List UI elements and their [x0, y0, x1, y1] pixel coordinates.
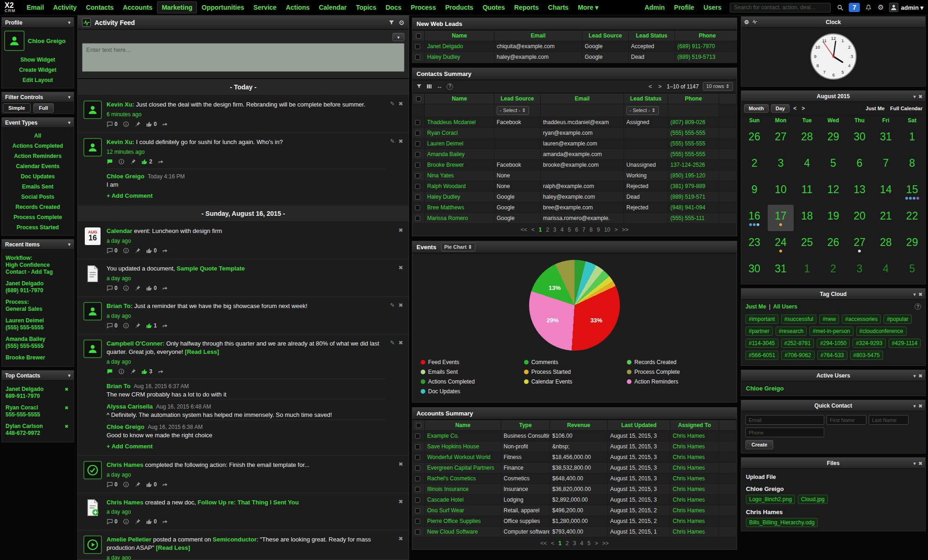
- calendar-day-cell[interactable]: 2: [741, 152, 768, 178]
- calendar-day-cell[interactable]: 3: [768, 152, 794, 178]
- edit-icon[interactable]: ✎: [390, 302, 395, 329]
- table-row[interactable]: Thaddeus McdanielFacebookthaddeus.mcdani…: [413, 117, 737, 128]
- calendar-day-cell[interactable]: 26: [741, 126, 768, 152]
- remove-icon[interactable]: ✖: [63, 404, 70, 411]
- nav-item-actions[interactable]: Actions: [281, 1, 314, 13]
- calendar-day-cell[interactable]: 26: [820, 231, 846, 258]
- cell-phone[interactable]: 137-124-2526: [668, 160, 719, 170]
- pager-arrow[interactable]: <<: [521, 227, 527, 233]
- nav-item-topics[interactable]: Topics: [351, 1, 381, 13]
- event-type-social-posts[interactable]: Social Posts: [4, 192, 71, 202]
- remove-icon[interactable]: ✖: [63, 423, 70, 430]
- add-comment-link[interactable]: + Add Comment: [107, 443, 153, 450]
- edit-icon[interactable]: ✎: [390, 101, 395, 127]
- legend-item[interactable]: Actions Completed: [421, 378, 522, 385]
- calendar-day-cell[interactable]: 22: [899, 205, 925, 231]
- page-1[interactable]: 1: [539, 227, 542, 233]
- checkbox[interactable]: [415, 163, 420, 168]
- checkbox[interactable]: [415, 497, 420, 503]
- close-icon[interactable]: ✖: [398, 302, 403, 329]
- feed-link[interactable]: Kevin Xu:: [107, 138, 136, 145]
- filter-icon[interactable]: [416, 83, 422, 89]
- cell-name[interactable]: Haley Dudley: [425, 52, 494, 63]
- cell-assigned[interactable]: Chris Hames: [670, 441, 719, 452]
- chevron-down-icon[interactable]: ▾: [68, 242, 70, 247]
- page-9[interactable]: 9: [597, 227, 600, 233]
- column-header-phone[interactable]: Phone: [668, 94, 719, 104]
- table-row[interactable]: Brooke BrewerFacebookbrooke@example.comU…: [413, 160, 737, 170]
- checkbox[interactable]: [415, 444, 420, 449]
- pager-arrow[interactable]: <<: [540, 540, 547, 547]
- recent-item[interactable]: Lauren Deimel(555) 555-5555: [4, 315, 71, 333]
- chevron-down-icon[interactable]: ▾: [914, 461, 916, 466]
- table-row[interactable]: Marissa RomeroGooglemarissa.romero@examp…: [413, 213, 737, 224]
- feed-link[interactable]: [Read Less]: [156, 544, 190, 551]
- cell-name[interactable]: Evergreen Capital Partners: [425, 463, 501, 473]
- column-header-email[interactable]: Email: [494, 31, 582, 41]
- tag-item[interactable]: #803-5475: [850, 351, 883, 360]
- cell-assigned[interactable]: Chris Hames: [670, 516, 719, 527]
- cell-assigned[interactable]: Chris Hames: [670, 473, 719, 484]
- cell-phone[interactable]: (555) 555-555: [668, 128, 719, 138]
- legend-item[interactable]: Records Created: [627, 359, 728, 365]
- gear-icon[interactable]: ⚙: [398, 19, 404, 26]
- nav-item-products[interactable]: Products: [441, 1, 478, 13]
- feed-link[interactable]: Amelie Pelletier: [107, 536, 152, 543]
- share-icon[interactable]: [162, 121, 168, 127]
- comment-icon[interactable]: [107, 368, 113, 375]
- tag-item[interactable]: #cloudconference: [856, 327, 907, 336]
- page-3[interactable]: 3: [573, 540, 576, 547]
- comment-icon[interactable]: 0: [107, 247, 118, 254]
- feed-link[interactable]: Calendar: [107, 227, 133, 234]
- first-name-field[interactable]: [827, 415, 866, 425]
- table-row[interactable]: Illinois InsuranceInsurance$36,820,000.0…: [413, 484, 737, 495]
- page-7[interactable]: 7: [582, 227, 586, 233]
- select-all-checkbox[interactable]: [413, 94, 425, 104]
- publisher-menu-button[interactable]: ▾: [392, 33, 404, 41]
- nav-item-admin[interactable]: Admin: [640, 1, 669, 13]
- event-type-all[interactable]: All: [4, 131, 71, 141]
- cell-name[interactable]: Bree Matthews: [425, 202, 494, 213]
- calendar-day-cell[interactable]: 15: [899, 178, 925, 205]
- close-icon[interactable]: ✖: [398, 138, 403, 200]
- cell-phone[interactable]: (381) 979-889: [668, 181, 719, 192]
- feed-link[interactable]: Follow Up re: That Thing I Sent You: [198, 499, 299, 506]
- like-icon[interactable]: 0: [146, 121, 157, 127]
- calendar-day-cell[interactable]: 19: [820, 205, 846, 231]
- tags-all-users-link[interactable]: All Users: [773, 303, 797, 310]
- bell-icon[interactable]: [863, 4, 874, 11]
- checkbox[interactable]: [416, 423, 421, 428]
- calendar-day-cell[interactable]: 28: [873, 231, 899, 258]
- pie-chart[interactable]: [529, 260, 620, 351]
- tag-item[interactable]: #764-533: [817, 351, 847, 360]
- page-1[interactable]: 1: [558, 540, 562, 547]
- calendar-day-cell[interactable]: 18: [794, 205, 820, 231]
- table-row[interactable]: Amanda Baileyamanda@example.com(555) 555…: [413, 149, 737, 160]
- page-4[interactable]: 4: [561, 227, 564, 233]
- checkbox[interactable]: [415, 205, 420, 210]
- calendar-day-cell[interactable]: 24: [768, 231, 794, 258]
- add-comment-link[interactable]: + Add Comment: [107, 192, 153, 199]
- table-row[interactable]: Haley Dudleyhaley@example.comGoogleDead(…: [413, 52, 738, 63]
- tag-item[interactable]: #114-3045: [745, 339, 778, 348]
- info-icon[interactable]: [123, 285, 129, 291]
- page-2[interactable]: 2: [546, 227, 549, 233]
- cell-name[interactable]: Lauren Deimel: [425, 138, 494, 149]
- table-row[interactable]: Save Hopkins HouseNon-profit&nbsp;August…: [413, 441, 737, 452]
- nav-item-service[interactable]: Service: [249, 1, 281, 13]
- table-row[interactable]: Evergreen Capital PartnersFinance$38,532…: [413, 463, 737, 473]
- event-type-action-reminders[interactable]: Action Reminders: [4, 151, 71, 161]
- file-item[interactable]: Logo_8inch2.png: [746, 495, 795, 504]
- calendar-today-cell[interactable]: 17: [768, 205, 794, 231]
- profile-widget-header[interactable]: Profile ▾: [2, 18, 74, 28]
- info-icon[interactable]: [123, 247, 129, 254]
- tag-item[interactable]: #research: [776, 327, 807, 336]
- close-icon[interactable]: ✖: [398, 264, 403, 291]
- pager-arrow[interactable]: >: [595, 540, 598, 547]
- cell-assigned[interactable]: Chris Hames: [670, 452, 719, 463]
- close-icon[interactable]: ✖: [919, 292, 922, 297]
- calendar-day-cell[interactable]: 25: [794, 231, 820, 258]
- cell-name[interactable]: Illinois Insurance: [425, 484, 501, 495]
- edit-icon[interactable]: ✎: [390, 340, 395, 450]
- share-icon[interactable]: [162, 247, 168, 254]
